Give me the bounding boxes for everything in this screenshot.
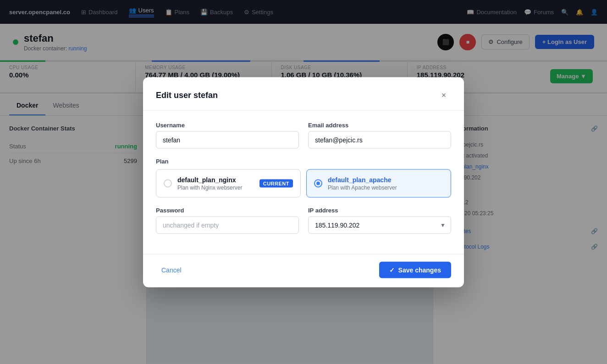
username-group: Username <box>156 121 299 148</box>
plan-radio-apache <box>314 179 322 187</box>
plan-options: default_plan_nginx Plan with Nginx webse… <box>156 169 451 197</box>
username-input[interactable] <box>156 131 299 148</box>
save-button[interactable]: ✓ Save changes <box>379 261 451 278</box>
plan-nginx-info: default_plan_nginx Plan with Nginx webse… <box>177 176 254 190</box>
plan-current-badge: CURRENT <box>259 179 293 187</box>
modal-footer: Cancel ✓ Save changes <box>143 254 464 287</box>
password-ip-row: Password IP address 185.119.90.202 ▼ <box>156 206 451 234</box>
password-group: Password <box>156 206 299 234</box>
checkmark-icon: ✓ <box>389 266 395 273</box>
email-input[interactable] <box>308 131 451 148</box>
plan-apache-desc: Plan with Apache webserver <box>328 184 443 190</box>
cancel-button[interactable]: Cancel <box>156 262 187 277</box>
plan-option-nginx[interactable]: default_plan_nginx Plan with Nginx webse… <box>156 169 301 197</box>
edit-user-modal: Edit user stefan × Username Email addres… <box>143 77 464 287</box>
plan-apache-name: default_plan_apache <box>328 176 443 183</box>
username-label: Username <box>156 121 299 128</box>
modal-header: Edit user stefan × <box>143 77 464 110</box>
password-label: Password <box>156 206 299 213</box>
modal-body: Username Email address Plan default_plan… <box>143 110 464 254</box>
plan-label: Plan <box>156 158 451 164</box>
plan-option-apache[interactable]: default_plan_apache Plan with Apache web… <box>306 169 451 197</box>
modal-title: Edit user stefan <box>156 91 218 100</box>
plan-nginx-name: default_plan_nginx <box>177 176 254 183</box>
email-group: Email address <box>308 121 451 148</box>
ip-group: IP address 185.119.90.202 ▼ <box>308 206 451 234</box>
username-email-row: Username Email address <box>156 121 451 148</box>
ip-select[interactable]: 185.119.90.202 <box>308 216 451 234</box>
email-label: Email address <box>308 121 451 128</box>
plan-nginx-desc: Plan with Nginx webserver <box>177 184 254 190</box>
plan-radio-nginx <box>164 179 172 187</box>
password-input[interactable] <box>156 216 299 234</box>
modal-close-button[interactable]: × <box>436 88 451 103</box>
ip-select-wrapper: 185.119.90.202 ▼ <box>308 216 451 234</box>
plan-section: Plan default_plan_nginx Plan with Nginx … <box>156 158 451 197</box>
plan-apache-info: default_plan_apache Plan with Apache web… <box>328 176 443 190</box>
ip-label: IP address <box>308 206 451 213</box>
